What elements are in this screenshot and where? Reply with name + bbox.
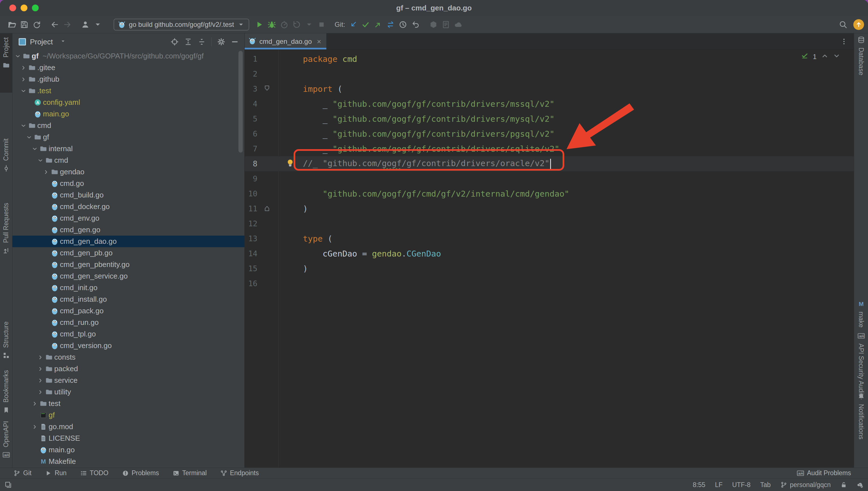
gutter[interactable]	[257, 246, 303, 261]
project-tree-scrollbar[interactable]	[238, 51, 243, 152]
tree-item--gitee[interactable]: .gitee	[12, 62, 244, 74]
tree-item-gendao[interactable]: gendao	[12, 166, 244, 178]
collapsed-chevron-icon[interactable]	[37, 389, 44, 395]
tree-item-cmd-install-go[interactable]: cmd_install.go	[12, 293, 244, 305]
chevron-down-icon[interactable]	[833, 52, 840, 62]
tool-window-bar-audit-problems[interactable]: /APIAudit Problems	[797, 469, 851, 477]
close-tab-icon[interactable]: ×	[317, 38, 321, 45]
tool-window-button-database[interactable]: Database	[854, 36, 868, 95]
update-project-icon[interactable]	[347, 18, 359, 31]
tab-cmd_gen_dao[interactable]: cmd_gen_dao.go ×	[245, 33, 326, 50]
debug-icon[interactable]	[266, 18, 278, 31]
chevron-down-icon[interactable]	[60, 38, 66, 45]
expand-all-icon[interactable]	[181, 36, 195, 48]
history-icon[interactable]	[397, 18, 409, 31]
line-number[interactable]: 6	[245, 129, 257, 138]
line-number[interactable]: 9	[245, 174, 257, 183]
line-number[interactable]: 1	[245, 55, 257, 63]
code-line-9[interactable]: 9	[245, 171, 854, 186]
merge-icon[interactable]	[384, 18, 397, 31]
gutter[interactable]	[257, 171, 303, 186]
line-number[interactable]: 8	[245, 159, 257, 168]
chevron-up-icon[interactable]	[821, 52, 829, 62]
tree-item-cmd-env-go[interactable]: cmd_env.go	[12, 212, 244, 224]
coverage-icon[interactable]	[290, 18, 303, 31]
line-number[interactable]: 12	[245, 219, 257, 228]
cloud-icon[interactable]	[452, 18, 464, 31]
code-line-14[interactable]: 14 cGenDao = gendao.CGenDao	[245, 246, 854, 261]
lock-open-icon[interactable]	[840, 482, 847, 488]
gutter[interactable]	[257, 66, 303, 81]
collapsed-chevron-icon[interactable]	[31, 424, 38, 430]
code-line-4[interactable]: 4 _ "github.com/gogf/gf/contrib/drivers/…	[245, 96, 854, 111]
tree-item-cmd-gen-dao-go[interactable]: cmd_gen_dao.go	[12, 236, 244, 247]
collapsed-chevron-icon[interactable]	[37, 366, 44, 372]
git-branch-widget[interactable]: personal/gqcn	[780, 481, 831, 489]
line-number[interactable]: 3	[245, 84, 257, 93]
tree-item-license[interactable]: LICENSE	[12, 433, 244, 444]
gutter[interactable]	[257, 81, 303, 96]
code-line-10[interactable]: 10 "github.com/gogf/gf/cmd/gf/v2/interna…	[245, 186, 854, 201]
caret-position-widget[interactable]: 8:55	[693, 481, 705, 489]
tool-window-button-pull-requests[interactable]: Pull Requests	[0, 203, 12, 279]
line-number[interactable]: 16	[245, 279, 257, 288]
editor-body[interactable]: 1package cmd23import (4 _ "github.com/go…	[245, 50, 854, 467]
tree-item-main-go[interactable]: main.go	[12, 108, 244, 120]
code-line-2[interactable]: 2	[245, 66, 854, 81]
code-line-7[interactable]: 7 _ "github.com/gogf/gf/contrib/drivers/…	[245, 141, 854, 156]
tool-window-bar-todo[interactable]: TODO	[80, 469, 109, 477]
tool-window-bar-problems[interactable]: Problems	[122, 469, 159, 477]
line-ending-widget[interactable]: LF	[715, 481, 722, 489]
tool-window-button-notifications[interactable]: Notifications	[854, 393, 868, 446]
tree-item-gf[interactable]: gf	[12, 409, 244, 421]
tree-item-cmd-pack-go[interactable]: cmd_pack.go	[12, 305, 244, 317]
push-icon[interactable]	[372, 18, 384, 31]
line-number[interactable]: 10	[245, 189, 257, 198]
tree-item-cmd-gen-pbentity-go[interactable]: cmd_gen_pbentity.go	[12, 259, 244, 270]
tool-window-bar-terminal[interactable]: Terminal	[173, 469, 207, 477]
tree-item-cmd[interactable]: cmd	[12, 120, 244, 132]
code-line-13[interactable]: 13type (	[245, 231, 854, 246]
line-number[interactable]: 13	[245, 234, 257, 243]
tool-window-button-openapi[interactable]: OpenAPI/API	[0, 421, 12, 467]
tree-item-gf[interactable]: gf	[12, 132, 244, 143]
run-configuration-select[interactable]: go build github.com/gogf/gf/v2/.test	[114, 19, 249, 30]
tree-item-cmd-gen-service-go[interactable]: cmd_gen_service.go	[12, 270, 244, 282]
gutter[interactable]	[257, 51, 303, 66]
tree-item-cmd-gen-pb-go[interactable]: cmd_gen_pb.go	[12, 247, 244, 259]
tool-window-button-bookmarks[interactable]: Bookmarks	[0, 370, 12, 418]
tree-item-gf[interactable]: gf~/Workspace/Go/GOPATH/src/github.com/g…	[12, 50, 244, 62]
tree-item-cmd-docker-go[interactable]: cmd_docker.go	[12, 201, 244, 212]
fold-marker-icon[interactable]	[264, 84, 270, 94]
line-number[interactable]: 7	[245, 144, 257, 153]
chevron-down-icon[interactable]	[91, 18, 104, 31]
user-icon[interactable]	[79, 18, 91, 31]
collapsed-chevron-icon[interactable]	[20, 65, 27, 70]
tree-item-cmd-tpl-go[interactable]: cmd_tpl.go	[12, 328, 244, 340]
tree-item-config-yaml[interactable]: Aconfig.yaml	[12, 97, 244, 108]
line-number[interactable]: 14	[245, 249, 257, 258]
gutter[interactable]	[257, 261, 303, 276]
tree-item-packed[interactable]: packed	[12, 363, 244, 375]
back-icon[interactable]	[49, 18, 61, 31]
tree-item--test[interactable]: .test	[12, 85, 244, 97]
chevron-down-dim-icon[interactable]	[303, 18, 315, 31]
tool-window-button-structure[interactable]: Structure	[0, 321, 12, 367]
tree-item-cmd-run-go[interactable]: cmd_run.go	[12, 317, 244, 328]
code-line-16[interactable]: 16	[245, 276, 854, 291]
cloud-gear-icon[interactable]: ?	[857, 482, 864, 488]
line-number[interactable]: 5	[245, 114, 257, 123]
forward-icon[interactable]	[61, 18, 74, 31]
gutter[interactable]	[257, 216, 303, 231]
minus-icon[interactable]	[228, 36, 241, 48]
tree-item-cmd-init-go[interactable]: cmd_init.go	[12, 282, 244, 293]
expanded-chevron-icon[interactable]	[25, 135, 33, 140]
tree-item-consts[interactable]: consts	[12, 351, 244, 363]
tree-item-utility[interactable]: utility	[12, 386, 244, 398]
line-number[interactable]: 11	[245, 204, 257, 213]
tree-item-internal[interactable]: internal	[12, 143, 244, 154]
save-all-icon[interactable]	[18, 18, 30, 31]
tree-item-cmd-version-go[interactable]: cmd_version.go	[12, 340, 244, 351]
gutter[interactable]	[257, 186, 303, 201]
code-line-6[interactable]: 6 _ "github.com/gogf/gf/contrib/drivers/…	[245, 126, 854, 141]
